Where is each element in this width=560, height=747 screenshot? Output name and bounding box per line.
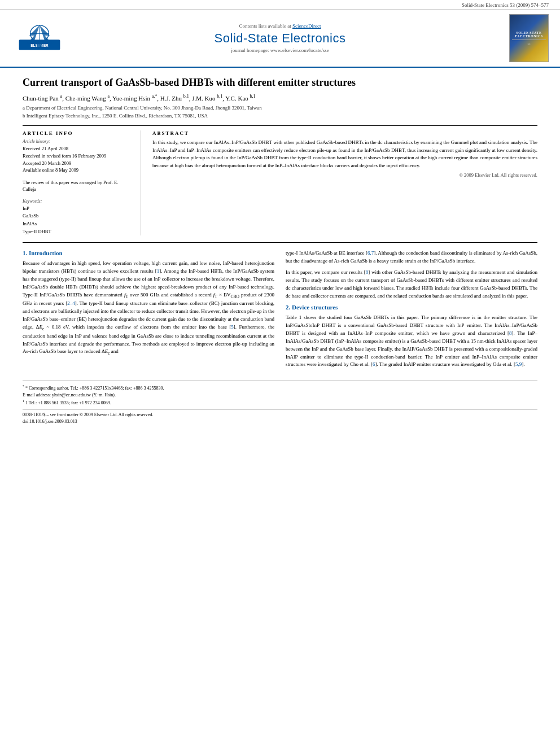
email-note: E-mail address: yhsin@ee.ncu.edu.tw (Y.-… xyxy=(23,392,537,399)
abstract-heading: ABSTRACT xyxy=(152,130,537,136)
author-che-ming: Che-ming Wang a, xyxy=(65,95,111,102)
corresponding-author-note: * * Corresponding author. Tel.: +886 3 4… xyxy=(23,384,537,392)
ref1: 1 xyxy=(157,268,160,274)
abstract-column: ABSTRACT In this study, we compare our I… xyxy=(152,130,537,235)
elsevier-logo-area: ELSEVIER xyxy=(11,24,68,53)
tel1-note: 1 1 Tel.: +1 888 561 3535; fax: +1 972 2… xyxy=(23,399,537,407)
abstract-text: In this study, we compare our InAlAs–InP… xyxy=(152,139,537,169)
affiliation-a: a Department of Electrical Engineering, … xyxy=(23,104,537,112)
article-info-heading: ARTICLE INFO xyxy=(23,130,132,136)
ref8: 8 xyxy=(366,269,369,275)
article-history-block: Article history: Received 21 April 2008 … xyxy=(23,139,132,174)
keyword-gaassb: GaAsSb xyxy=(23,212,132,220)
journal-title: Solid-State Electronics xyxy=(68,31,492,46)
keyword-type2: Type-II DHBT xyxy=(23,228,132,236)
authors-line: Chun-ting Pan a, Che-ming Wang a, Yue-mi… xyxy=(23,94,537,102)
author-hj-zhu: H.J. Zhu b,1, xyxy=(160,95,191,102)
ref6-7: 6,7 xyxy=(368,250,374,256)
issn-text: 0038-1101/$ – see front matter © 2009 El… xyxy=(23,412,537,418)
keyword-inalas: InAlAs xyxy=(23,220,132,228)
history-label: Article history: xyxy=(23,139,132,144)
article-title: Current transport of GaAsSb-based DHBTs … xyxy=(23,76,537,89)
body-right-column: type-I InAlAs/GaAsSb at BE interface [6,… xyxy=(286,250,537,372)
svg-rect-4 xyxy=(37,43,41,47)
journal-reference: Solid-State Electronics 53 (2009) 574–57… xyxy=(462,2,549,8)
journal-title-area: Contents lists available at ScienceDirec… xyxy=(68,23,492,53)
available-online-date: Available online 8 May 2009 xyxy=(23,167,132,174)
intro-paragraph-1: Because of advantages in high speed, low… xyxy=(23,260,274,357)
page-container: Solid-State Electronics 53 (2009) 574–57… xyxy=(0,0,560,747)
keyword-inp: InP xyxy=(23,205,132,213)
right-paragraph-1: type-I InAlAs/GaAsSb at BE interface [6,… xyxy=(286,250,537,265)
body-columns: 1. Introduction Because of advantages in… xyxy=(23,250,537,372)
intro-section-title: 1. Introduction xyxy=(23,250,274,256)
affiliations-block: a Department of Electrical Engineering, … xyxy=(23,104,537,120)
ref5: 5 xyxy=(231,324,234,330)
accepted-date: Accepted 20 March 2009 xyxy=(23,160,132,167)
ref2-4: 2–4 xyxy=(67,300,75,306)
received-date: Received 21 April 2008 xyxy=(23,145,132,152)
journal-homepage: journal homepage: www.elsevier.com/locat… xyxy=(68,47,492,53)
right-paragraph-2: In this paper, we compare our results [8… xyxy=(286,269,537,300)
keywords-label: Keywords: xyxy=(23,199,132,204)
affiliation-b: b Intelligent Epitaxy Technology, Inc., … xyxy=(23,112,537,120)
author-jm-kuo: J.M. Kuo b,1, xyxy=(192,95,224,102)
review-note: The review of this paper was arranged by… xyxy=(23,180,132,193)
doi-text: doi:10.1016/j.sse.2009.03.013 xyxy=(23,418,537,425)
journal-cover-area: SOLID-STATE ELECTRONICS 53 xyxy=(492,14,549,62)
cover-title-text: SOLID-STATE ELECTRONICS xyxy=(515,31,542,38)
body-left-column: 1. Introduction Because of advantages in… xyxy=(23,250,274,372)
info-abstract-columns: ARTICLE INFO Article history: Received 2… xyxy=(23,125,537,235)
body-separator xyxy=(23,242,537,243)
article-info-column: ARTICLE INFO Article history: Received 2… xyxy=(23,130,141,235)
doi-bar: 0038-1101/$ – see front matter © 2009 El… xyxy=(23,409,537,425)
copyright-text: © 2009 Elsevier Ltd. All rights reserved… xyxy=(152,172,537,178)
journal-reference-bar: Solid-State Electronics 53 (2009) 574–57… xyxy=(0,0,560,10)
right-paragraph-3: Table 1 shows the studied four GaAsSb DH… xyxy=(286,314,537,369)
elsevier-logo-icon: ELSEVIER xyxy=(17,24,62,53)
received-revised-date: Received in revised form 16 February 200… xyxy=(23,152,132,160)
sciencedirect-line: Contents lists available at ScienceDirec… xyxy=(68,23,492,29)
main-content: Current transport of GaAsSb-based DHBTs … xyxy=(0,68,560,431)
keywords-block: Keywords: InP GaAsSb InAlAs Type-II DHBT xyxy=(23,199,132,235)
footnotes-section: * * Corresponding author. Tel.: +886 3 4… xyxy=(23,381,537,406)
journal-header: ELSEVIER Contents lists available at Sci… xyxy=(0,10,560,68)
author-yc-kao: Y.C. Kao b,1 xyxy=(225,95,255,102)
device-section-title: 2. Device structures xyxy=(286,304,537,311)
journal-cover-image: SOLID-STATE ELECTRONICS 53 xyxy=(509,14,549,62)
author-yue-ming: Yue-ming Hsin a,*, xyxy=(112,95,159,102)
sciencedirect-link[interactable]: ScienceDirect xyxy=(292,23,321,29)
author-chun-ting: Chun-ting Pan a, xyxy=(23,95,64,102)
